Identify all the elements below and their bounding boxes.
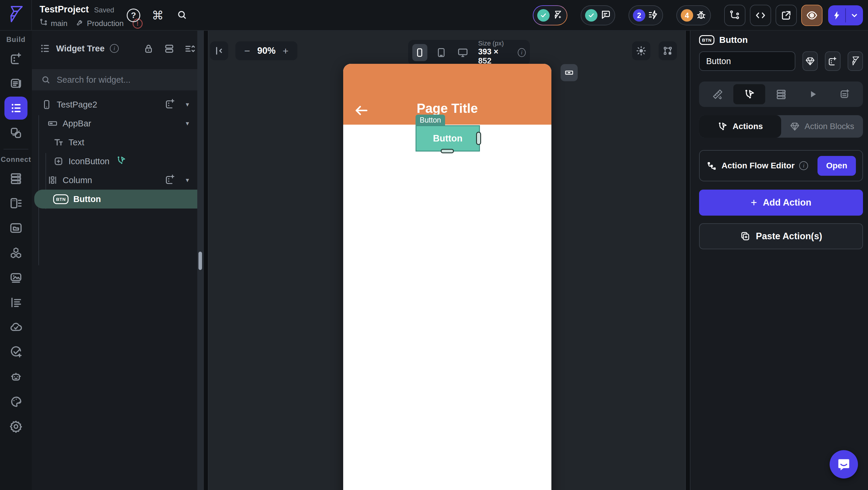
- tree-node-button-selected[interactable]: BTN Button: [34, 190, 203, 209]
- view-code-button[interactable]: [750, 5, 771, 26]
- paste-actions-button[interactable]: Paste Action(s): [699, 223, 863, 249]
- nav-ai-agents[interactable]: [4, 365, 28, 389]
- code-icon: [755, 10, 766, 21]
- node-menu-caret[interactable]: ▾: [186, 120, 189, 127]
- generate-code-button[interactable]: [848, 51, 863, 71]
- add-action-button[interactable]: + Add Action: [699, 190, 863, 216]
- run-options-button[interactable]: [846, 5, 863, 25]
- button-widget[interactable]: Button: [415, 125, 480, 152]
- command-palette-button[interactable]: ⌘: [148, 6, 167, 25]
- zoom-out-button[interactable]: −: [241, 45, 253, 57]
- flutterflow-glyph-icon: [850, 56, 860, 66]
- appbar-quick-select-button[interactable]: [561, 64, 578, 81]
- panel-resize-gutter-right[interactable]: [685, 31, 690, 490]
- tab-documentation[interactable]: [829, 84, 860, 104]
- play-icon: [807, 89, 818, 99]
- panel-resize-gutter-left[interactable]: [203, 31, 209, 490]
- canvas-settings-button[interactable]: [659, 41, 677, 60]
- nav-components[interactable]: [4, 121, 28, 145]
- tab-animations[interactable]: [797, 84, 829, 104]
- node-menu-caret[interactable]: ▾: [186, 101, 189, 109]
- nav-tests[interactable]: [4, 341, 28, 364]
- add-child-widget-icon[interactable]: [164, 174, 176, 187]
- nav-localization[interactable]: [4, 291, 28, 314]
- resize-handle-right[interactable]: [476, 132, 481, 145]
- nav-files[interactable]: [4, 216, 28, 240]
- open-action-flow-button[interactable]: Open: [817, 156, 856, 176]
- support-chat-button[interactable]: [830, 450, 858, 479]
- action-cursor-icon: [743, 88, 755, 100]
- info-icon[interactable]: i: [799, 161, 808, 170]
- info-icon[interactable]: i: [110, 44, 119, 53]
- tree-expand-collapse-icon[interactable]: [184, 43, 195, 56]
- issue-count: 4: [681, 9, 693, 22]
- preview-appbar[interactable]: Page Title: [343, 64, 551, 125]
- preview-page-title[interactable]: Page Title: [343, 101, 551, 116]
- tree-node-appbar[interactable]: AppBar ▾: [32, 114, 203, 133]
- nav-integrations[interactable]: [4, 241, 28, 264]
- comments-badge[interactable]: [581, 5, 615, 25]
- save-component-button[interactable]: [802, 51, 818, 71]
- code-check-badge[interactable]: [533, 5, 567, 25]
- tab-backend[interactable]: [765, 84, 797, 104]
- phone-preview[interactable]: Page Title Button Button: [343, 64, 551, 490]
- preview-mode-button[interactable]: [801, 5, 823, 26]
- widget-name-input[interactable]: [699, 51, 795, 71]
- tree-scrollbar-thumb[interactable]: [198, 252, 202, 270]
- nav-add-page[interactable]: [4, 47, 28, 70]
- add-child-widget-icon[interactable]: [164, 98, 176, 111]
- widget-tree-header: Widget Tree i: [32, 31, 203, 69]
- widget-search[interactable]: [32, 69, 203, 90]
- node-menu-caret[interactable]: ▾: [186, 176, 189, 184]
- environment-name[interactable]: Production: [87, 19, 123, 28]
- widget-tree-panel: Widget Tree i: [32, 31, 203, 490]
- tree-node-iconbutton[interactable]: IconButton: [32, 152, 203, 171]
- tree-node-column[interactable]: Column ▾: [32, 171, 203, 190]
- branch-name[interactable]: main: [51, 19, 67, 28]
- device-desktop-button[interactable]: [456, 44, 470, 61]
- search-button[interactable]: [173, 6, 191, 25]
- tree-node-label: Column: [63, 176, 92, 185]
- help-button[interactable]: ?: [124, 6, 143, 25]
- collapse-panels-icon[interactable]: [164, 43, 175, 56]
- nav-cloud-functions[interactable]: [4, 316, 28, 339]
- widget-name-row: [699, 51, 863, 71]
- resize-handle-bottom[interactable]: [441, 149, 454, 153]
- lint-warnings-badge[interactable]: 2: [628, 5, 663, 25]
- tab-properties[interactable]: [702, 84, 733, 104]
- issues-badge[interactable]: 4: [676, 5, 711, 25]
- tree-node-testpage2[interactable]: TestPage2 ▾: [32, 95, 203, 114]
- app-logo[interactable]: [0, 0, 32, 30]
- actions-tab[interactable]: Actions: [699, 115, 781, 137]
- run-app-button[interactable]: [828, 5, 845, 25]
- nav-page-selector[interactable]: [4, 72, 28, 95]
- tree-node-text[interactable]: Text: [32, 133, 203, 152]
- nav-widget-tree[interactable]: [4, 97, 28, 120]
- nav-database[interactable]: [4, 167, 28, 190]
- design-canvas[interactable]: − 90% + Siz: [209, 31, 685, 490]
- lock-icon[interactable]: [143, 43, 154, 56]
- widget-search-input[interactable]: [57, 75, 194, 85]
- tree-node-label: Button: [73, 194, 101, 204]
- doc-add-icon: [839, 89, 850, 100]
- nav-media-assets[interactable]: [4, 266, 28, 289]
- open-preview-button[interactable]: [776, 5, 797, 26]
- device-phone-button[interactable]: [412, 44, 427, 61]
- light-dark-toggle-button[interactable]: [632, 41, 650, 60]
- topbar-status-group: 2 4: [533, 5, 863, 26]
- tab-actions[interactable]: [733, 84, 765, 104]
- action-blocks-tab[interactable]: Action Blocks: [781, 115, 863, 137]
- icon-button-icon: [53, 156, 64, 166]
- zoom-in-button[interactable]: +: [280, 45, 291, 57]
- zoom-level[interactable]: 90%: [257, 45, 276, 56]
- branch-manager-button[interactable]: [724, 5, 745, 26]
- nav-settings[interactable]: [4, 415, 28, 438]
- collapse-left-icon: [214, 46, 224, 56]
- device-tablet-button[interactable]: [434, 44, 449, 61]
- collapse-tree-button[interactable]: [210, 41, 228, 60]
- tree-scrollbar[interactable]: [197, 31, 203, 490]
- size-info-icon[interactable]: i: [518, 48, 526, 57]
- wrap-widget-button[interactable]: [825, 51, 840, 71]
- nav-theme[interactable]: [4, 390, 28, 413]
- nav-data-types[interactable]: [4, 192, 28, 215]
